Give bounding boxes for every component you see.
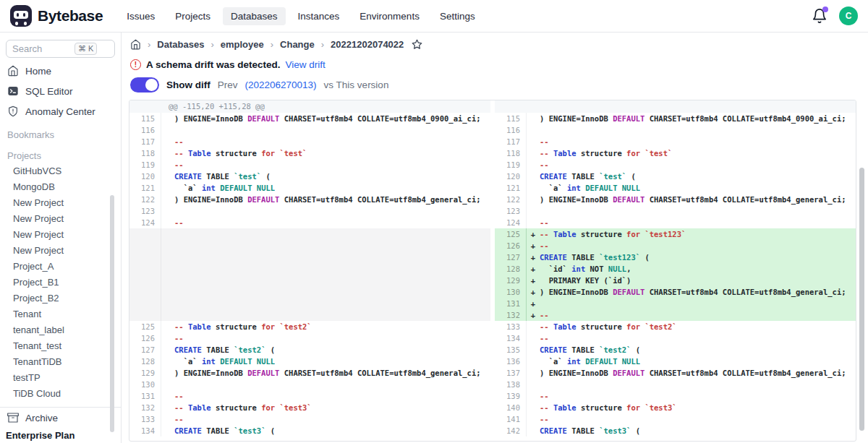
search-box: ⌘ K (6, 40, 115, 58)
line-number: 138 (495, 379, 527, 390)
bytebase-logo[interactable]: Bytebase (10, 5, 103, 27)
diff-line (129, 298, 490, 309)
diff-marker (161, 159, 174, 171)
diff-line: 139-- (495, 390, 856, 402)
breadcrumb-item-20221202074022[interactable]: 20221202074022 (331, 39, 404, 50)
diff-line (129, 251, 490, 263)
search-shortcut-badge: ⌘ K (75, 43, 97, 55)
sidebar-scrollbar[interactable] (110, 195, 114, 432)
nav-item-databases[interactable]: Databases (223, 7, 286, 25)
diff-line: 121 `a` int DEFAULT NULL (129, 182, 490, 194)
diff-vertical-scrollbar[interactable] (859, 168, 864, 431)
diff-line (129, 263, 490, 275)
diff-line: 134CREATE TABLE `test3` ( (129, 425, 490, 436)
diff-marker (161, 113, 174, 124)
code-text: -- (540, 240, 549, 251)
project-item[interactable]: Tenant (0, 306, 121, 322)
project-item[interactable]: Project_B1 (0, 275, 121, 291)
bytebase-logo-icon (10, 5, 32, 27)
breadcrumb-item-databases[interactable]: Databases (157, 39, 204, 50)
line-number: 127 (129, 344, 161, 356)
diff-marker: + (527, 251, 540, 263)
breadcrumb-home-icon[interactable] (130, 39, 141, 50)
breadcrumb-separator: › (271, 39, 273, 50)
diff-row: 116116 (129, 124, 856, 136)
project-item[interactable]: New Project (0, 211, 121, 227)
project-item[interactable]: TiDB Cloud (0, 386, 121, 402)
diff-line: 133-- Table structure for `test2` (495, 321, 856, 332)
diff-row: 125+-- Table structure for `test123` (129, 228, 856, 240)
nav-item-issues[interactable]: Issues (119, 7, 163, 25)
project-item[interactable]: New Project (0, 227, 121, 243)
project-item[interactable]: tenant_label (0, 322, 121, 338)
show-diff-toggle[interactable] (130, 77, 159, 93)
sidebar-item-sql-editor[interactable]: SQL Editor (0, 81, 121, 101)
view-drift-link[interactable]: View drift (286, 59, 326, 70)
project-item[interactable]: New Project (0, 243, 121, 259)
diff-row: 125-- Table structure for `test2`133-- T… (129, 321, 856, 332)
project-item[interactable]: MongoDB (0, 179, 121, 195)
breadcrumb-item-employee[interactable]: employee (221, 39, 264, 50)
diff-line: 122) ENGINE=InnoDB DEFAULT CHARSET=utf8m… (129, 194, 490, 205)
prev-version-link[interactable]: (202206270013) (245, 79, 317, 90)
line-number: 131 (129, 390, 161, 402)
code-text: CREATE TABLE `test3` ( (174, 425, 275, 436)
diff-line: 131-- (129, 390, 490, 402)
nav-item-instances[interactable]: Instances (290, 7, 348, 25)
diff-line: 118-- Table structure for `test` (129, 147, 490, 159)
sidebar-item-home[interactable]: Home (0, 61, 121, 81)
line-number: 139 (495, 390, 527, 402)
line-number: 121 (495, 182, 527, 194)
diff-marker (161, 309, 174, 321)
diff-line: 123 (129, 205, 490, 217)
diff-row: 119--119-- (129, 159, 856, 171)
breadcrumb-item-change[interactable]: Change (280, 39, 315, 50)
diff-line: 115) ENGINE=InnoDB DEFAULT CHARSET=utf8m… (129, 113, 490, 124)
avatar[interactable]: C (839, 7, 858, 25)
line-number: 137 (495, 367, 527, 379)
search-input[interactable] (12, 43, 75, 54)
nav-item-settings[interactable]: Settings (432, 7, 483, 25)
diff-marker (161, 344, 174, 356)
sidebar-item-anomaly-center[interactable]: Anomaly Center (0, 101, 121, 121)
line-number: 124 (129, 217, 161, 228)
project-item[interactable]: Tenant_test (0, 338, 121, 354)
diff-marker (527, 159, 540, 171)
project-item[interactable]: New Project (0, 195, 121, 211)
code-text: ) ENGINE=InnoDB DEFAULT CHARSET=utf8mb4 … (174, 113, 481, 124)
code-text: CREATE TABLE `test3` ( (540, 425, 640, 436)
breadcrumb-separator: › (321, 39, 324, 50)
code-text: PRIMARY KEY (`id`) (540, 275, 631, 286)
line-number: 132 (129, 402, 161, 413)
diff-marker (161, 379, 174, 390)
code-text: -- Table structure for `test3` (174, 402, 312, 413)
line-number: 117 (495, 136, 527, 147)
project-item[interactable]: TenantTiDB (0, 354, 121, 370)
code-text: -- (174, 217, 184, 228)
code-text: -- (174, 332, 184, 344)
line-number: 128 (129, 356, 161, 367)
nav-item-environments[interactable]: Environments (352, 7, 427, 25)
code-text: `a` int DEFAULT NULL (540, 356, 640, 367)
diff-line: 140-- Table structure for `test3` (495, 402, 856, 413)
code-text: -- (540, 217, 549, 228)
line-number: 117 (129, 136, 161, 147)
diff-line: 119-- (495, 159, 856, 171)
diff-row: 122) ENGINE=InnoDB DEFAULT CHARSET=utf8m… (129, 194, 856, 205)
home-icon (7, 65, 19, 77)
project-item[interactable]: testTP (0, 370, 121, 386)
nav-item-projects[interactable]: Projects (167, 7, 218, 25)
line-number: 124 (495, 217, 527, 228)
project-item[interactable]: Project_A (0, 259, 121, 275)
line-number: 129 (495, 275, 527, 286)
diff-line: 120CREATE TABLE `test` ( (129, 171, 490, 182)
notifications-button[interactable] (812, 8, 827, 24)
star-icon[interactable] (412, 39, 422, 50)
project-item[interactable]: Project_B2 (0, 291, 121, 306)
sidebar-item-archive[interactable]: Archive (0, 407, 121, 428)
section-label-projects: Projects (0, 142, 121, 163)
code-text: -- Table structure for `test123` (540, 228, 686, 240)
diff-line: 129) ENGINE=InnoDB DEFAULT CHARSET=utf8m… (129, 367, 490, 379)
diff-marker (161, 390, 174, 402)
project-item[interactable]: GitHubVCS (0, 163, 121, 179)
